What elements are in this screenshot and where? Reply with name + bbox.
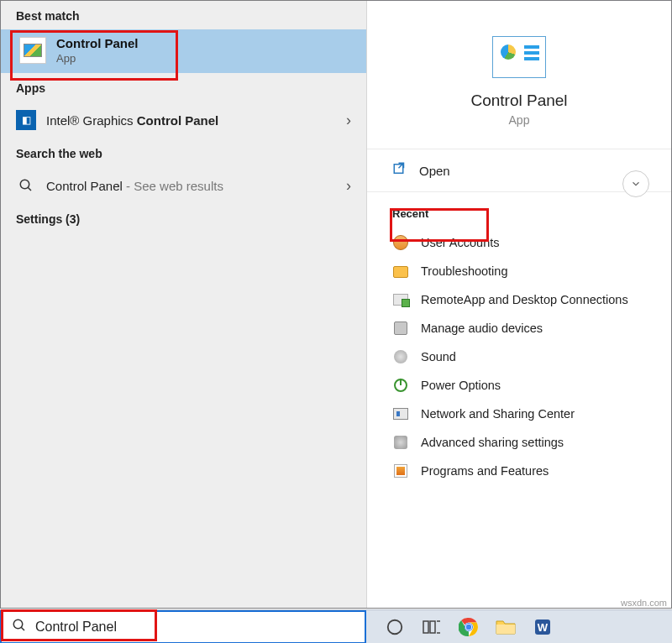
app-row-bold: Control Panel [137,113,219,128]
recent-label: Manage audio devices [421,322,543,335]
recent-label: RemoteApp and Desktop Connections [421,293,628,306]
web-row-sub: - See web results [123,179,223,193]
recent-item-sound[interactable]: Sound [392,342,671,371]
control-panel-icon [492,36,546,78]
svg-text:W: W [538,621,549,634]
web-result-control-panel[interactable]: Control Panel - See web results › [1,167,366,204]
svg-point-3 [13,619,23,629]
best-match-header: Best match [1,1,366,29]
search-icon [16,175,36,196]
best-match-subtitle: App [56,52,139,65]
svg-rect-6 [423,621,428,633]
sound-icon [392,348,409,365]
recent-label: User Accounts [421,236,500,249]
search-results-pane: Best match Control Panel App Apps ◧ Inte… [1,1,367,608]
chevron-right-icon[interactable]: › [346,112,351,129]
recent-item-remoteapp[interactable]: RemoteApp and Desktop Connections [392,285,671,314]
best-match-title: Control Panel [56,36,139,50]
best-match-item[interactable]: Control Panel App [1,29,366,73]
recent-label: Network and Sharing Center [421,407,575,421]
recent-label: Sound [421,350,456,363]
intel-graphics-icon: ◧ [16,110,36,130]
recent-item-network-sharing[interactable]: Network and Sharing Center [392,400,671,428]
search-web-header: Search the web [1,139,366,167]
preview-hero: Control Panel App [367,1,671,149]
app-row-prefix: Intel® Graphics [46,113,137,128]
recent-label: Advanced sharing settings [421,436,564,449]
expand-button[interactable] [622,170,649,197]
svg-point-13 [466,624,471,629]
web-row-title: Control Panel [46,179,123,193]
apps-header: Apps [1,73,366,102]
recent-label: Programs and Features [421,464,549,478]
recent-item-advanced-sharing[interactable]: Advanced sharing settings [392,428,671,457]
recent-item-programs-features[interactable]: Programs and Features [392,457,671,485]
search-input-text: Control Panel [35,619,117,635]
recent-header: Recent [392,207,671,220]
search-icon [12,618,27,636]
svg-rect-14 [496,625,515,634]
recent-item-power-options[interactable]: Power Options [392,371,671,400]
user-accounts-icon [392,234,409,251]
open-icon [392,161,407,180]
power-options-icon [392,377,409,394]
watermark: wsxdn.com [621,598,667,608]
svg-point-0 [20,180,29,189]
settings-header: Settings (3) [1,204,366,233]
network-sharing-icon [392,405,409,422]
app-result-intel-graphics[interactable]: ◧ Intel® Graphics Control Panel › [1,102,366,139]
file-explorer-icon[interactable] [494,615,517,639]
taskbar-search-box[interactable]: Control Panel [0,610,366,644]
control-panel-icon [19,37,46,64]
svg-rect-7 [430,621,435,633]
recent-item-audio-devices[interactable]: Manage audio devices [392,314,671,342]
chevron-right-icon[interactable]: › [346,177,351,195]
svg-line-1 [28,187,31,191]
svg-point-5 [388,619,402,634]
task-view-icon[interactable] [420,615,444,639]
recent-item-user-accounts[interactable]: User Accounts [392,228,671,257]
preview-pane: Control Panel App Open Recent User Accou… [367,1,671,608]
svg-line-4 [21,627,24,630]
preview-title: Control Panel [470,91,567,110]
troubleshooting-icon [392,263,409,280]
open-label: Open [419,164,450,178]
recent-item-troubleshooting[interactable]: Troubleshooting [392,257,671,285]
remoteapp-icon [392,291,409,308]
recent-label: Troubleshooting [421,264,507,278]
open-action[interactable]: Open [367,149,671,192]
advanced-sharing-icon [392,434,409,451]
programs-features-icon [392,463,409,479]
chrome-icon[interactable] [457,615,480,639]
audio-devices-icon [392,320,409,337]
recent-label: Power Options [421,379,501,392]
taskbar: Control Panel W [0,609,672,643]
preview-subtitle: App [509,113,530,127]
word-icon[interactable]: W [531,615,554,639]
recent-section: Recent User Accounts Troubleshooting Rem… [367,192,671,485]
cortana-icon[interactable] [383,615,407,639]
